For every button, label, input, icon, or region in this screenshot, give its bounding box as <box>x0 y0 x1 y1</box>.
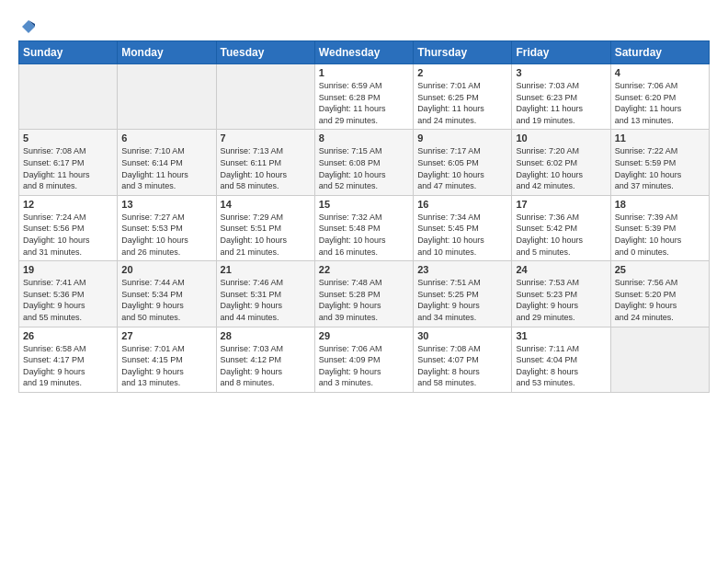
calendar-cell: 8Sunrise: 7:15 AM Sunset: 6:08 PM Daylig… <box>314 130 413 195</box>
calendar-cell: 3Sunrise: 7:03 AM Sunset: 6:23 PM Daylig… <box>512 64 610 130</box>
day-number: 11 <box>615 132 705 144</box>
logo <box>18 18 37 31</box>
calendar-header-saturday: Saturday <box>610 41 709 64</box>
calendar-cell: 11Sunrise: 7:22 AM Sunset: 5:59 PM Dayli… <box>610 130 709 195</box>
day-number: 13 <box>121 199 211 210</box>
day-info: Sunrise: 7:51 AM Sunset: 5:25 PM Dayligh… <box>417 277 507 323</box>
day-info: Sunrise: 7:06 AM Sunset: 4:09 PM Dayligh… <box>319 343 409 389</box>
header <box>18 18 710 31</box>
calendar-cell: 31Sunrise: 7:11 AM Sunset: 4:04 PM Dayli… <box>512 327 610 392</box>
day-number: 18 <box>615 199 705 210</box>
calendar-cell: 17Sunrise: 7:36 AM Sunset: 5:42 PM Dayli… <box>512 195 610 260</box>
calendar-cell <box>118 64 216 130</box>
day-number: 5 <box>23 132 113 144</box>
calendar-header-tuesday: Tuesday <box>216 41 314 64</box>
day-info: Sunrise: 7:36 AM Sunset: 5:42 PM Dayligh… <box>516 212 606 258</box>
calendar-cell: 7Sunrise: 7:13 AM Sunset: 6:11 PM Daylig… <box>216 130 314 195</box>
day-info: Sunrise: 7:39 AM Sunset: 5:39 PM Dayligh… <box>615 212 705 258</box>
calendar-week-1: 1Sunrise: 6:59 AM Sunset: 6:28 PM Daylig… <box>19 64 710 130</box>
day-number: 31 <box>516 330 606 341</box>
day-info: Sunrise: 7:27 AM Sunset: 5:53 PM Dayligh… <box>121 212 211 258</box>
calendar-week-3: 12Sunrise: 7:24 AM Sunset: 5:56 PM Dayli… <box>19 195 710 260</box>
day-number: 6 <box>121 132 211 144</box>
calendar-cell: 10Sunrise: 7:20 AM Sunset: 6:02 PM Dayli… <box>512 130 610 195</box>
day-info: Sunrise: 7:20 AM Sunset: 6:02 PM Dayligh… <box>516 145 606 191</box>
day-info: Sunrise: 7:53 AM Sunset: 5:23 PM Dayligh… <box>516 277 606 323</box>
calendar-cell: 14Sunrise: 7:29 AM Sunset: 5:51 PM Dayli… <box>216 195 314 260</box>
calendar-header-wednesday: Wednesday <box>314 41 413 64</box>
calendar-cell: 5Sunrise: 7:08 AM Sunset: 6:17 PM Daylig… <box>19 130 118 195</box>
calendar-cell: 21Sunrise: 7:46 AM Sunset: 5:31 PM Dayli… <box>216 261 314 327</box>
calendar-cell: 6Sunrise: 7:10 AM Sunset: 6:14 PM Daylig… <box>118 130 216 195</box>
day-number: 1 <box>319 67 409 78</box>
calendar-header-monday: Monday <box>118 41 216 64</box>
calendar-cell: 27Sunrise: 7:01 AM Sunset: 4:15 PM Dayli… <box>118 327 216 392</box>
day-info: Sunrise: 6:58 AM Sunset: 4:17 PM Dayligh… <box>23 343 113 389</box>
day-info: Sunrise: 6:59 AM Sunset: 6:28 PM Dayligh… <box>319 80 409 126</box>
day-number: 25 <box>615 264 705 275</box>
day-info: Sunrise: 7:24 AM Sunset: 5:56 PM Dayligh… <box>23 212 113 258</box>
day-info: Sunrise: 7:01 AM Sunset: 4:15 PM Dayligh… <box>121 343 211 389</box>
calendar-header-row: SundayMondayTuesdayWednesdayThursdayFrid… <box>19 41 710 64</box>
calendar-cell: 24Sunrise: 7:53 AM Sunset: 5:23 PM Dayli… <box>512 261 610 327</box>
day-info: Sunrise: 7:34 AM Sunset: 5:45 PM Dayligh… <box>417 212 507 258</box>
calendar-cell: 23Sunrise: 7:51 AM Sunset: 5:25 PM Dayli… <box>414 261 512 327</box>
day-info: Sunrise: 7:08 AM Sunset: 4:07 PM Dayligh… <box>417 343 507 389</box>
calendar-cell: 4Sunrise: 7:06 AM Sunset: 6:20 PM Daylig… <box>610 64 709 130</box>
day-info: Sunrise: 7:11 AM Sunset: 4:04 PM Dayligh… <box>516 343 606 389</box>
calendar-cell: 16Sunrise: 7:34 AM Sunset: 5:45 PM Dayli… <box>414 195 512 260</box>
calendar-cell: 22Sunrise: 7:48 AM Sunset: 5:28 PM Dayli… <box>314 261 413 327</box>
calendar-cell: 28Sunrise: 7:03 AM Sunset: 4:12 PM Dayli… <box>216 327 314 392</box>
calendar-week-5: 26Sunrise: 6:58 AM Sunset: 4:17 PM Dayli… <box>19 327 710 392</box>
day-number: 9 <box>417 132 507 144</box>
day-number: 22 <box>319 264 409 275</box>
day-number: 24 <box>516 264 606 275</box>
day-info: Sunrise: 7:03 AM Sunset: 6:23 PM Dayligh… <box>516 80 606 126</box>
calendar-cell <box>216 64 314 130</box>
day-number: 8 <box>319 132 409 144</box>
day-info: Sunrise: 7:17 AM Sunset: 6:05 PM Dayligh… <box>417 145 507 191</box>
day-number: 4 <box>615 67 705 78</box>
page: SundayMondayTuesdayWednesdayThursdayFrid… <box>0 0 728 402</box>
day-info: Sunrise: 7:29 AM Sunset: 5:51 PM Dayligh… <box>221 212 311 258</box>
calendar-cell: 29Sunrise: 7:06 AM Sunset: 4:09 PM Dayli… <box>314 327 413 392</box>
day-info: Sunrise: 7:10 AM Sunset: 6:14 PM Dayligh… <box>121 145 211 191</box>
day-number: 21 <box>221 264 311 275</box>
day-number: 27 <box>121 330 211 341</box>
day-number: 30 <box>417 330 507 341</box>
calendar-cell: 19Sunrise: 7:41 AM Sunset: 5:36 PM Dayli… <box>19 261 118 327</box>
day-number: 19 <box>23 264 113 275</box>
calendar-week-4: 19Sunrise: 7:41 AM Sunset: 5:36 PM Dayli… <box>19 261 710 327</box>
day-info: Sunrise: 7:22 AM Sunset: 5:59 PM Dayligh… <box>615 145 705 191</box>
day-info: Sunrise: 7:08 AM Sunset: 6:17 PM Dayligh… <box>23 145 113 191</box>
day-number: 15 <box>319 199 409 210</box>
day-info: Sunrise: 7:03 AM Sunset: 4:12 PM Dayligh… <box>221 343 311 389</box>
day-number: 12 <box>23 199 113 210</box>
day-number: 16 <box>417 199 507 210</box>
day-number: 10 <box>516 132 606 144</box>
calendar-cell: 2Sunrise: 7:01 AM Sunset: 6:25 PM Daylig… <box>414 64 512 130</box>
day-info: Sunrise: 7:06 AM Sunset: 6:20 PM Dayligh… <box>615 80 705 126</box>
calendar-header-sunday: Sunday <box>19 41 118 64</box>
calendar-cell: 12Sunrise: 7:24 AM Sunset: 5:56 PM Dayli… <box>19 195 118 260</box>
day-number: 2 <box>417 67 507 78</box>
calendar-cell: 25Sunrise: 7:56 AM Sunset: 5:20 PM Dayli… <box>610 261 709 327</box>
calendar-header-friday: Friday <box>512 41 610 64</box>
day-number: 7 <box>221 132 311 144</box>
calendar-cell: 26Sunrise: 6:58 AM Sunset: 4:17 PM Dayli… <box>19 327 118 392</box>
svg-marker-0 <box>22 20 35 33</box>
day-info: Sunrise: 7:48 AM Sunset: 5:28 PM Dayligh… <box>319 277 409 323</box>
day-info: Sunrise: 7:01 AM Sunset: 6:25 PM Dayligh… <box>417 80 507 126</box>
calendar-week-2: 5Sunrise: 7:08 AM Sunset: 6:17 PM Daylig… <box>19 130 710 195</box>
day-info: Sunrise: 7:41 AM Sunset: 5:36 PM Dayligh… <box>23 277 113 323</box>
calendar-cell: 15Sunrise: 7:32 AM Sunset: 5:48 PM Dayli… <box>314 195 413 260</box>
calendar-cell: 9Sunrise: 7:17 AM Sunset: 6:05 PM Daylig… <box>414 130 512 195</box>
day-number: 20 <box>121 264 211 275</box>
day-number: 17 <box>516 199 606 210</box>
calendar-cell: 18Sunrise: 7:39 AM Sunset: 5:39 PM Dayli… <box>610 195 709 260</box>
day-number: 28 <box>221 330 311 341</box>
day-info: Sunrise: 7:46 AM Sunset: 5:31 PM Dayligh… <box>221 277 311 323</box>
calendar-table: SundayMondayTuesdayWednesdayThursdayFrid… <box>18 40 710 393</box>
calendar-cell <box>19 64 118 130</box>
day-number: 26 <box>23 330 113 341</box>
